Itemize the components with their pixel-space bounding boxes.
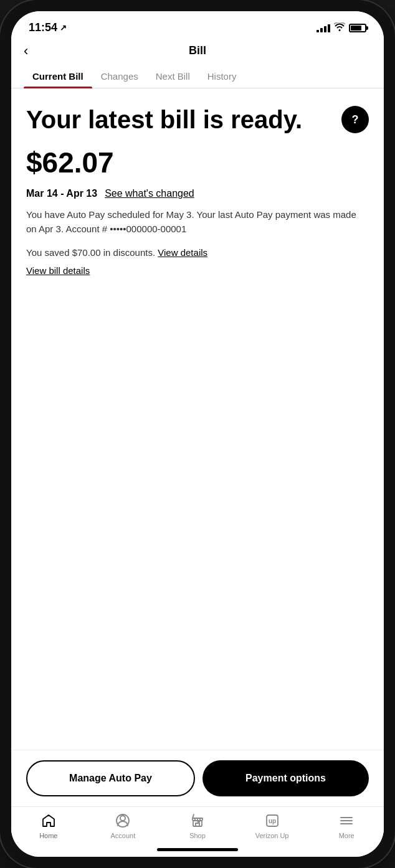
tab-history[interactable]: History	[199, 65, 245, 88]
help-icon: ?	[352, 113, 359, 126]
status-bar: 11:54 ↗	[11, 11, 384, 39]
home-indicator-bar	[157, 848, 238, 851]
signal-icon	[316, 24, 330, 32]
page-title: Bill	[189, 44, 206, 57]
bill-ready-headline: Your latest bill is ready.	[26, 106, 369, 133]
main-content: Your latest bill is ready. ? $62.07 Mar …	[11, 88, 384, 750]
nav-item-shop[interactable]: Shop	[160, 812, 235, 839]
bill-amount: $62.07	[26, 146, 369, 179]
tab-current-bill[interactable]: Current Bill	[24, 65, 92, 88]
more-icon	[338, 812, 355, 829]
help-button[interactable]: ?	[341, 106, 369, 133]
battery-icon	[349, 24, 366, 32]
nav-item-verizon-up[interactable]: up Verizon Up	[235, 812, 310, 839]
location-icon: ↗	[60, 23, 67, 32]
payment-options-button[interactable]: Payment options	[202, 760, 369, 796]
tab-next-bill[interactable]: Next Bill	[147, 65, 199, 88]
wifi-icon	[334, 22, 345, 34]
svg-text:up: up	[268, 818, 275, 824]
verizon-up-icon: up	[264, 812, 281, 829]
bottom-nav: Home Account	[11, 806, 384, 842]
status-icons	[316, 22, 366, 34]
view-details-link[interactable]: View details	[158, 247, 207, 258]
manage-autopay-button[interactable]: Manage Auto Pay	[26, 760, 195, 796]
bill-period: Mar 14 - Apr 13 See what's changed	[26, 188, 369, 199]
phone-screen: 11:54 ↗	[11, 11, 384, 857]
see-changed-link[interactable]: See what's changed	[105, 188, 194, 199]
tab-bar: Current Bill Changes Next Bill History	[11, 65, 384, 88]
autopay-info: You have Auto Pay scheduled for May 3. Y…	[26, 208, 369, 236]
bottom-buttons: Manage Auto Pay Payment options	[11, 750, 384, 806]
view-bill-details-link[interactable]: View bill details	[26, 265, 369, 276]
discount-text: You saved $70.00 in discounts. View deta…	[26, 247, 369, 258]
nav-label-more: More	[339, 832, 355, 839]
header: ‹ Bill	[11, 39, 384, 65]
bill-header: Your latest bill is ready. ?	[26, 106, 369, 133]
nav-item-more[interactable]: More	[309, 812, 384, 839]
status-time: 11:54 ↗	[29, 21, 67, 34]
home-icon	[40, 812, 57, 829]
time-display: 11:54	[29, 21, 57, 34]
account-icon	[114, 812, 131, 829]
nav-item-home[interactable]: Home	[11, 812, 86, 839]
home-indicator	[11, 842, 384, 857]
nav-label-account: Account	[111, 832, 136, 839]
period-dates: Mar 14 - Apr 13	[26, 188, 97, 199]
nav-label-verizon-up: Verizon Up	[255, 832, 289, 839]
nav-label-home: Home	[39, 832, 57, 839]
shop-icon	[189, 812, 206, 829]
nav-label-shop: Shop	[189, 832, 206, 839]
tab-changes[interactable]: Changes	[92, 65, 147, 88]
svg-point-0	[120, 816, 125, 821]
back-button[interactable]: ‹	[24, 43, 28, 59]
nav-item-account[interactable]: Account	[86, 812, 161, 839]
phone-frame: 11:54 ↗	[0, 0, 395, 868]
